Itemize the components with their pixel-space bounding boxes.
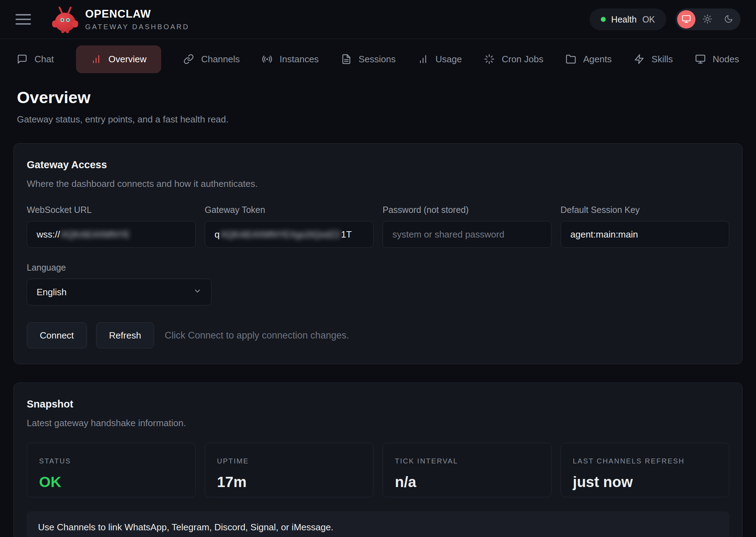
brand-subtitle: GATEWAY DASHBOARD xyxy=(85,23,189,31)
channels-note: Use Channels to link WhatsApp, Telegram,… xyxy=(27,511,729,537)
brand-block: OPENCLAW GATEWAY DASHBOARD xyxy=(85,8,189,31)
health-status-badge[interactable]: Health OK xyxy=(590,8,666,30)
stat-tile: STATUSOK xyxy=(27,443,196,497)
monitor-icon xyxy=(695,54,706,64)
health-label: Health xyxy=(611,14,637,25)
language-label: Language xyxy=(27,263,729,273)
snapshot-card: Snapshot Latest gateway handshake inform… xyxy=(13,383,743,537)
session-key-input[interactable]: agent:main:main xyxy=(561,221,730,248)
stat-value: OK xyxy=(39,474,183,491)
page-subtitle: Gateway status, entry points, and a fast… xyxy=(17,114,739,125)
connect-button[interactable]: Connect xyxy=(27,322,87,348)
tab-label: Channels xyxy=(201,54,240,65)
tab-sessions[interactable]: Sessions xyxy=(341,45,396,73)
stat-label: UPTIME xyxy=(217,457,361,465)
gateway-token-redacted: XQKAE4XMNYEXgs2tQsdZ2 xyxy=(220,229,340,240)
gateway-token-label: Gateway Token xyxy=(205,205,374,215)
tab-label: Usage xyxy=(435,54,462,65)
websocket-url-redacted: XQKAE4XMNYE xyxy=(61,229,130,240)
password-input[interactable]: system or shared password xyxy=(383,221,552,248)
gateway-token-prefix: q xyxy=(215,229,220,240)
stat-tile: UPTIME17m xyxy=(205,443,374,497)
moon-icon xyxy=(724,14,733,25)
tab-skills[interactable]: Skills xyxy=(634,45,673,73)
health-value: OK xyxy=(642,14,655,25)
connect-helper-text: Click Connect to apply connection change… xyxy=(165,330,349,341)
gateway-access-card: Gateway Access Where the dashboard conne… xyxy=(13,143,743,364)
tab-usage[interactable]: Usage xyxy=(418,45,462,73)
main-content: Overview Gateway status, entry points, a… xyxy=(0,79,756,537)
tab-label: Instances xyxy=(279,54,319,65)
folder-icon xyxy=(566,54,576,64)
top-bar: OPENCLAW GATEWAY DASHBOARD Health OK xyxy=(0,0,756,39)
tab-label: Overview xyxy=(108,54,146,65)
tab-label: Skills xyxy=(651,54,673,65)
snapshot-stats: STATUSOKUPTIME17mTICK INTERVALn/aLAST CH… xyxy=(27,443,729,497)
gateway-access-title: Gateway Access xyxy=(27,159,729,171)
tab-instances[interactable]: Instances xyxy=(262,45,319,73)
dark-theme-button[interactable] xyxy=(719,10,738,29)
link-icon xyxy=(183,54,194,64)
websocket-url-prefix: wss:// xyxy=(37,229,60,240)
stat-value: 17m xyxy=(217,474,361,491)
tab-chat[interactable]: Chat xyxy=(17,45,54,73)
broadcast-icon xyxy=(262,54,272,64)
stat-value: just now xyxy=(573,474,717,491)
openclaw-logo xyxy=(53,6,77,33)
tab-label: Chat xyxy=(34,54,54,65)
bar-chart-icon xyxy=(91,54,101,64)
session-key-label: Default Session Key xyxy=(561,205,730,215)
tab-agents[interactable]: Agents xyxy=(566,45,612,73)
password-label: Password (not stored) xyxy=(383,205,552,215)
loader-icon xyxy=(484,54,494,64)
hamburger-menu-icon[interactable] xyxy=(15,11,32,27)
websocket-url-input[interactable]: wss://XQKAE4XMNYE xyxy=(27,221,196,248)
gateway-access-description: Where the dashboard connects and how it … xyxy=(27,178,729,189)
gateway-token-suffix: 1T xyxy=(341,229,352,240)
tab-nodes[interactable]: Nodes xyxy=(695,45,739,73)
stat-label: TICK INTERVAL xyxy=(395,457,539,465)
password-field-group: Password (not stored) system or shared p… xyxy=(383,205,552,248)
language-select[interactable]: English xyxy=(27,279,212,305)
snapshot-title: Snapshot xyxy=(27,398,729,410)
stat-value: n/a xyxy=(395,474,539,491)
password-placeholder: system or shared password xyxy=(392,229,504,240)
websocket-url-label: WebSocket URL xyxy=(27,205,196,215)
tab-label: Nodes xyxy=(713,54,739,65)
session-key-value: agent:main:main xyxy=(571,229,638,240)
light-theme-button[interactable] xyxy=(698,10,717,29)
health-dot-icon xyxy=(601,17,606,22)
file-text-icon xyxy=(341,54,352,64)
gateway-token-input[interactable]: qXQKAE4XMNYEXgs2tQsdZ21T xyxy=(205,221,374,248)
tab-overview[interactable]: Overview xyxy=(76,45,161,73)
websocket-url-field-group: WebSocket URL wss://XQKAE4XMNYE xyxy=(27,205,196,248)
system-theme-button[interactable] xyxy=(677,10,695,29)
tab-cron-jobs[interactable]: Cron Jobs xyxy=(484,45,543,73)
sun-icon xyxy=(703,14,712,25)
refresh-button[interactable]: Refresh xyxy=(96,322,154,348)
tab-label: Agents xyxy=(583,54,612,65)
chat-icon xyxy=(17,54,27,64)
tab-label: Sessions xyxy=(359,54,396,65)
snapshot-description: Latest gateway handshake information. xyxy=(27,418,729,429)
chevron-down-icon xyxy=(193,287,202,298)
language-value: English xyxy=(37,287,67,298)
bar-chart-icon xyxy=(418,54,428,64)
stat-label: LAST CHANNELS REFRESH xyxy=(573,457,717,465)
primary-nav: ChatOverviewChannelsInstancesSessionsUsa… xyxy=(0,39,756,79)
tab-label: Cron Jobs xyxy=(502,54,543,65)
monitor-icon xyxy=(682,14,691,25)
gateway-token-field-group: Gateway Token qXQKAE4XMNYEXgs2tQsdZ21T xyxy=(205,205,374,248)
stat-tile: LAST CHANNELS REFRESHjust now xyxy=(561,443,730,497)
stat-tile: TICK INTERVALn/a xyxy=(383,443,552,497)
session-key-field-group: Default Session Key agent:main:main xyxy=(561,205,730,248)
stat-label: STATUS xyxy=(39,457,183,465)
theme-toggle xyxy=(675,8,741,30)
zap-icon xyxy=(634,54,644,64)
brand-name: OPENCLAW xyxy=(85,8,189,20)
tab-channels[interactable]: Channels xyxy=(183,45,240,73)
page-title: Overview xyxy=(17,88,739,107)
